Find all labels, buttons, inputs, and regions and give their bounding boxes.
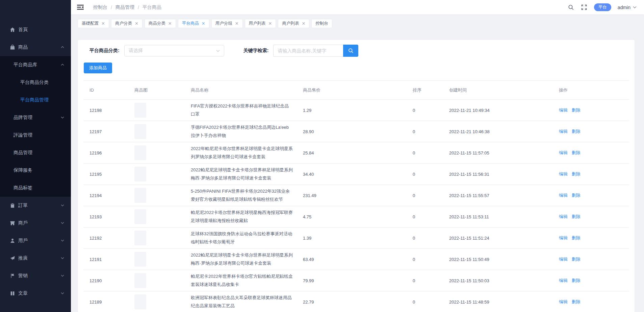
row-actions: 编辑 删除 xyxy=(553,278,629,284)
edit-link[interactable]: 编辑 xyxy=(559,257,568,262)
tab-product-category[interactable]: 商品分类✕ xyxy=(145,19,176,28)
delete-link[interactable]: 删除 xyxy=(572,107,581,113)
close-icon[interactable]: ✕ xyxy=(235,21,239,26)
breadcrumb-item[interactable]: 控制台 xyxy=(93,4,107,10)
product-name: 5-250件PANINI FIFA世界杯卡塔尔2022年32强业余爱好官方收藏明… xyxy=(185,187,297,203)
close-icon[interactable]: ✕ xyxy=(168,21,172,26)
sidebar-item-merchants[interactable]: 商戶 xyxy=(0,214,71,232)
collapse-menu-icon[interactable] xyxy=(77,4,84,10)
edit-link[interactable]: 编辑 xyxy=(559,235,568,240)
product-price: 22.79 xyxy=(297,299,407,305)
product-created-time: 2022-11-15 11:50:03 xyxy=(443,278,553,283)
chevron-down-icon xyxy=(61,257,64,259)
sidebar-item-product-tags[interactable]: 商品标签 xyxy=(0,179,71,197)
col-header-id: ID xyxy=(83,88,128,93)
product-sort: 0 xyxy=(407,150,443,155)
sidebar-item-orders[interactable]: 訂單 xyxy=(0,197,71,214)
delete-link[interactable]: 删除 xyxy=(572,171,581,176)
product-created-time: 2022-11-15 11:50:49 xyxy=(443,257,553,262)
close-icon[interactable]: ✕ xyxy=(302,21,305,26)
product-price: 1.29 xyxy=(297,108,407,113)
product-price: 1.39 xyxy=(297,236,407,241)
breadcrumb-item[interactable]: 商品管理 xyxy=(115,4,134,10)
sidebar-item-label: 平台商品库 xyxy=(14,62,37,68)
delete-link[interactable]: 删除 xyxy=(572,235,581,240)
delete-link[interactable]: 删除 xyxy=(572,299,581,304)
tab-merchant-list[interactable]: 商户列表✕ xyxy=(278,19,309,28)
sidebar-item-promotion[interactable]: 推廣 xyxy=(0,249,71,267)
product-price: 28.90 xyxy=(297,129,407,134)
table-row: 12193 帕尼尼2022卡塔尔世界杯足球明星梅西海报冠军联赛足球明星墙贴海报粉… xyxy=(83,206,629,227)
breadcrumb-separator: / xyxy=(111,5,112,10)
role-badge[interactable]: 平台 xyxy=(594,3,611,11)
table-body: 12198 FIFA官方授权2022卡塔尔世界杯吉祥物足球纪念品口罩 1.29 … xyxy=(83,100,629,312)
table-row: 12195 2022帕尼尼足球明星卡盒卡塔尔世界杯足球明星系列梅西·罗纳尔多足球… xyxy=(83,164,629,185)
edit-link[interactable]: 编辑 xyxy=(559,171,568,176)
edit-link[interactable]: 编辑 xyxy=(559,193,568,198)
tab-basic-config[interactable]: 基礎配置✕ xyxy=(78,19,109,28)
row-actions: 编辑 删除 xyxy=(553,256,629,262)
chevron-down-icon xyxy=(61,204,64,207)
sidebar-item-platform-product-lib[interactable]: 平台商品库 xyxy=(0,56,71,74)
product-id: 12193 xyxy=(83,214,128,219)
chevron-down-icon xyxy=(61,116,64,119)
sidebar-item-review-manage[interactable]: 評論管理 xyxy=(0,126,71,144)
product-id: 12192 xyxy=(83,236,128,241)
keyword-input[interactable] xyxy=(273,45,343,57)
tab-user-group[interactable]: 用户分组✕ xyxy=(211,19,243,28)
breadcrumb: 控制台 / 商品管理 / 平台商品 xyxy=(93,4,161,10)
edit-link[interactable]: 编辑 xyxy=(559,150,568,155)
user-menu[interactable]: admin xyxy=(618,5,637,10)
sidebar-item-marketing[interactable]: 营销 xyxy=(0,267,71,285)
edit-link[interactable]: 编辑 xyxy=(559,129,568,134)
search-button[interactable] xyxy=(343,45,358,57)
delete-link[interactable]: 删除 xyxy=(572,193,581,198)
close-icon[interactable]: ✕ xyxy=(101,21,105,26)
product-created-time: 2022-11-15 11:51:24 xyxy=(443,236,553,241)
sidebar-item-label: 保障服务 xyxy=(14,167,32,173)
fullscreen-icon[interactable] xyxy=(581,4,588,11)
delete-link[interactable]: 删除 xyxy=(572,129,581,134)
sidebar-item-users[interactable]: 用戶 xyxy=(0,232,71,249)
article-icon xyxy=(9,290,16,296)
delete-link[interactable]: 删除 xyxy=(572,278,581,283)
add-product-button[interactable]: 添加商品 xyxy=(84,63,112,73)
product-created-time: 2022-11-21 10:49:34 xyxy=(443,108,553,113)
sidebar-item-guarantee-service[interactable]: 保障服务 xyxy=(0,162,71,179)
edit-link[interactable]: 编辑 xyxy=(559,299,568,304)
user-icon xyxy=(9,238,16,244)
sidebar-item-label: 营销 xyxy=(18,273,28,279)
search-icon[interactable] xyxy=(568,4,574,11)
product-id: 12196 xyxy=(83,150,128,155)
sidebar-item-goods[interactable]: 商品 xyxy=(0,39,71,56)
delete-link[interactable]: 删除 xyxy=(572,257,581,262)
delete-link[interactable]: 删除 xyxy=(572,150,581,155)
tab-user-list[interactable]: 用户列表✕ xyxy=(245,19,276,28)
product-image xyxy=(134,167,146,182)
close-icon[interactable]: ✕ xyxy=(135,21,138,26)
sidebar-item-brand-manage[interactable]: 品牌管理 xyxy=(0,109,71,126)
tab-console[interactable]: 控制台 xyxy=(311,19,332,28)
tab-platform-product[interactable]: 平台商品✕ xyxy=(178,19,209,28)
table-row: 12191 2022帕尼尼足球明星卡盒卡塔尔世界杯足球明星系列梅西·罗纳尔多足球… xyxy=(83,249,629,270)
row-actions: 编辑 删除 xyxy=(553,150,629,156)
sidebar: 首頁 商品 平台商品库 平台商品分类 平台商品管理 xyxy=(0,0,71,312)
edit-link[interactable]: 编辑 xyxy=(559,278,568,283)
sidebar-item-articles[interactable]: 文章 xyxy=(0,285,71,302)
sidebar-item-home[interactable]: 首頁 xyxy=(0,21,71,39)
product-sort: 0 xyxy=(407,193,443,198)
sidebar-item-platform-product-category[interactable]: 平台商品分类 xyxy=(0,74,71,91)
delete-link[interactable]: 删除 xyxy=(572,214,581,219)
sidebar-item-platform-product-manage[interactable]: 平台商品管理 xyxy=(0,91,71,109)
chevron-down-icon xyxy=(216,50,220,52)
tab-merchant-category[interactable]: 商户分类✕ xyxy=(111,19,143,28)
sidebar-item-label: 商品标签 xyxy=(14,185,32,191)
category-select[interactable]: 请选择 xyxy=(124,45,224,56)
table-row: 12197 孚德FIFA2022卡塔尔世界杯足球纪念品周边La'eeb拉伊卜手办… xyxy=(83,121,629,142)
edit-link[interactable]: 编辑 xyxy=(559,107,568,113)
close-icon[interactable]: ✕ xyxy=(268,21,272,26)
close-icon[interactable]: ✕ xyxy=(202,21,205,26)
table-row: 12194 5-250件PANINI FIFA世界杯卡塔尔2022年32强业余爱… xyxy=(83,185,629,206)
edit-link[interactable]: 编辑 xyxy=(559,214,568,219)
sidebar-item-product-manage[interactable]: 商品管理 xyxy=(0,144,71,162)
